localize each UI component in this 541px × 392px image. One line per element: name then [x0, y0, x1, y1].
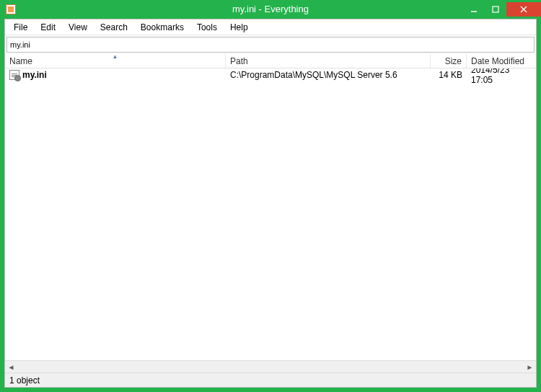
column-header-path[interactable]: Path — [226, 54, 431, 68]
cell-name: my.ini — [5, 70, 226, 80]
menubar: File Edit View Search Bookmarks Tools He… — [5, 19, 536, 35]
menu-help[interactable]: Help — [224, 21, 254, 34]
search-input[interactable] — [10, 40, 531, 49]
client-area: File Edit View Search Bookmarks Tools He… — [4, 19, 537, 388]
list-body[interactable]: my.ini C:\ProgramData\MySQL\MySQL Server… — [5, 68, 536, 360]
column-label: Path — [230, 56, 248, 66]
status-text: 1 object — [9, 375, 40, 386]
search-bar[interactable] — [6, 37, 535, 53]
sort-ascending-icon: ▲ — [113, 53, 118, 60]
scroll-track[interactable] — [17, 361, 524, 373]
menu-view[interactable]: View — [63, 21, 93, 34]
statusbar: 1 object — [5, 373, 536, 387]
menu-search[interactable]: Search — [94, 21, 133, 34]
menu-bookmarks[interactable]: Bookmarks — [135, 21, 190, 34]
window-controls — [463, 2, 541, 17]
column-label: Date Modified — [471, 56, 524, 66]
svg-rect-1 — [493, 6, 498, 12]
column-label: Size — [445, 56, 462, 66]
column-header-date[interactable]: Date Modified — [467, 54, 536, 68]
chevron-right-icon: ► — [527, 363, 534, 371]
minimize-icon — [470, 6, 478, 13]
file-name: my.ini — [22, 70, 47, 80]
app-icon — [6, 4, 16, 14]
close-button[interactable] — [506, 2, 541, 17]
close-icon — [520, 6, 527, 13]
column-header-size[interactable]: Size — [431, 54, 467, 68]
cell-date: 2014/5/23 17:05 — [467, 68, 536, 85]
app-window: my.ini - Everything File Edit View Searc… — [0, 0, 541, 392]
menu-file[interactable]: File — [8, 21, 33, 34]
cell-size: 14 KB — [431, 70, 467, 80]
table-row[interactable]: my.ini C:\ProgramData\MySQL\MySQL Server… — [5, 68, 536, 81]
maximize-button[interactable] — [485, 2, 506, 17]
menu-edit[interactable]: Edit — [35, 21, 61, 34]
file-ini-icon — [9, 70, 19, 80]
scroll-right-button[interactable]: ► — [524, 361, 536, 373]
maximize-icon — [492, 6, 499, 13]
cell-path: C:\ProgramData\MySQL\MySQL Server 5.6 — [226, 70, 431, 80]
list-header: Name ▲ Path Size Date Modified — [5, 54, 536, 68]
minimize-button[interactable] — [463, 2, 485, 17]
chevron-left-icon: ◄ — [8, 363, 15, 371]
titlebar[interactable]: my.ini - Everything — [0, 0, 541, 19]
horizontal-scrollbar[interactable]: ◄ ► — [5, 360, 536, 373]
menu-tools[interactable]: Tools — [191, 21, 223, 34]
column-header-name[interactable]: Name ▲ — [5, 54, 226, 68]
column-label: Name — [9, 56, 32, 66]
window-title: my.ini - Everything — [0, 0, 541, 19]
scroll-left-button[interactable]: ◄ — [5, 361, 17, 373]
